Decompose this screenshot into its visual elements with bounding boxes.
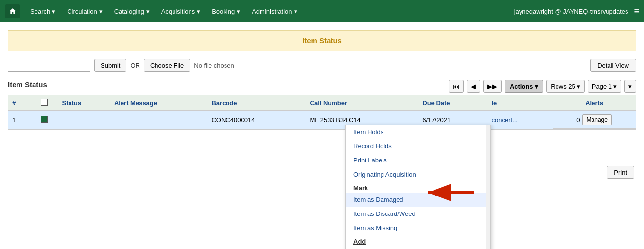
barcode-input[interactable] [8, 59, 90, 72]
col-due-date[interactable]: Due Date [418, 95, 487, 111]
main-content: Item Status Submit OR Choose File No fil… [0, 22, 644, 249]
page-button[interactable]: Page 1 ▾ [588, 80, 621, 93]
chevron-down-icon: ▾ [294, 8, 297, 15]
choose-file-button[interactable]: Choose File [144, 59, 190, 72]
chevron-down-icon: ▾ [146, 8, 150, 15]
col-status[interactable]: Status [58, 95, 110, 111]
toolbar: ⏮ ◀ ▶▶ Actions ▾ Rows 25 ▾ Page 1 ▾ ▾ [449, 80, 636, 93]
nav-circulation[interactable]: Circulation ▾ [61, 5, 108, 18]
cell-barcode: CONC4000014 [208, 111, 306, 129]
cell-title-partial[interactable]: concert... [487, 111, 553, 129]
dropdown-item-item-holds[interactable]: Item Holds [346, 125, 490, 139]
item-status-table: # Status Alert Message Barcode Call Numb… [8, 95, 636, 130]
nav-administration[interactable]: Administration ▾ [246, 5, 303, 18]
user-info: jayneqawright @ JAYNEQ-trnsrvupdates [514, 8, 628, 15]
hamburger-menu-icon[interactable]: ≡ [634, 6, 639, 17]
dropdown-item-item-as-missing[interactable]: Item as Missing [346, 221, 490, 235]
nav-cataloging[interactable]: Cataloging ▾ [108, 5, 156, 18]
print-button[interactable]: Print [607, 166, 634, 179]
section-title: Item Status [8, 80, 47, 89]
cell-status [58, 111, 110, 129]
navbar: Search ▾ Circulation ▾ Cataloging ▾ Acqu… [0, 0, 644, 22]
chevron-down-icon: ▾ [613, 83, 617, 90]
col-alerts[interactable]: Alerts [553, 95, 636, 111]
or-label: OR [130, 62, 140, 69]
navbar-right: jayneqawright @ JAYNEQ-trnsrvupdates ≡ [514, 6, 639, 17]
rows-button[interactable]: Rows 25 ▾ [546, 80, 585, 93]
submit-button[interactable]: Submit [94, 59, 126, 72]
chevron-down-icon: ▾ [535, 83, 538, 90]
barcode-input-row: Submit OR Choose File No file chosen Det… [8, 59, 636, 72]
manage-button[interactable]: Manage [582, 114, 612, 125]
dropdown-item-record-holds[interactable]: Record Holds [346, 139, 490, 153]
home-button[interactable] [5, 4, 20, 18]
first-page-button[interactable]: ⏮ [449, 80, 464, 93]
col-alert-message[interactable]: Alert Message [110, 95, 208, 111]
table-row: 1 CONC4000014 ML 2533 B34 C14 6/17/2021 … [8, 111, 636, 129]
next-page-button[interactable]: ▶▶ [483, 80, 502, 93]
detail-view-button[interactable]: Detail View [590, 59, 636, 72]
chevron-down-icon: ▾ [99, 8, 103, 15]
col-barcode[interactable]: Barcode [208, 95, 306, 111]
table-header-row: # Status Alert Message Barcode Call Numb… [8, 95, 636, 111]
dropdown-item-item-as-discard[interactable]: Item as Discard/Weed [346, 207, 490, 221]
dropdown-section-add: Add [346, 235, 490, 246]
cell-alerts: 0 Manage [553, 111, 636, 129]
cell-alert-message [110, 111, 208, 129]
cell-num: 1 [8, 111, 30, 129]
dropdown-scrollbar[interactable] [486, 125, 490, 249]
chevron-down-icon: ▾ [577, 83, 580, 90]
page-title: Item Status [8, 30, 636, 51]
nav-booking[interactable]: Booking ▾ [206, 5, 246, 18]
col-title-partial[interactable]: le [487, 95, 553, 111]
nav-search[interactable]: Search ▾ [24, 5, 61, 18]
dropdown-item-originating-acquisition[interactable]: Originating Acquisition [346, 167, 490, 181]
chevron-down-icon: ▾ [237, 8, 240, 15]
more-options-button[interactable]: ▾ [624, 80, 636, 93]
col-call-number[interactable]: Call Number [306, 95, 419, 111]
nav-acquisitions[interactable]: Acquisitions ▾ [156, 5, 206, 18]
dropdown-item-print-labels[interactable]: Print Labels [346, 153, 490, 167]
chevron-down-icon: ▾ [197, 8, 200, 15]
no-file-label: No file chosen [194, 62, 234, 69]
col-checkbox[interactable] [30, 95, 58, 111]
cell-checkbox[interactable] [30, 111, 58, 129]
dropdown-item-items[interactable]: Items [346, 246, 490, 249]
red-arrow-indicator [423, 183, 476, 204]
actions-button[interactable]: Actions ▾ [505, 80, 543, 93]
prev-page-button[interactable]: ◀ [467, 80, 480, 93]
col-num: # [8, 95, 30, 111]
chevron-down-icon: ▾ [52, 8, 55, 15]
print-section: Print [607, 166, 634, 179]
